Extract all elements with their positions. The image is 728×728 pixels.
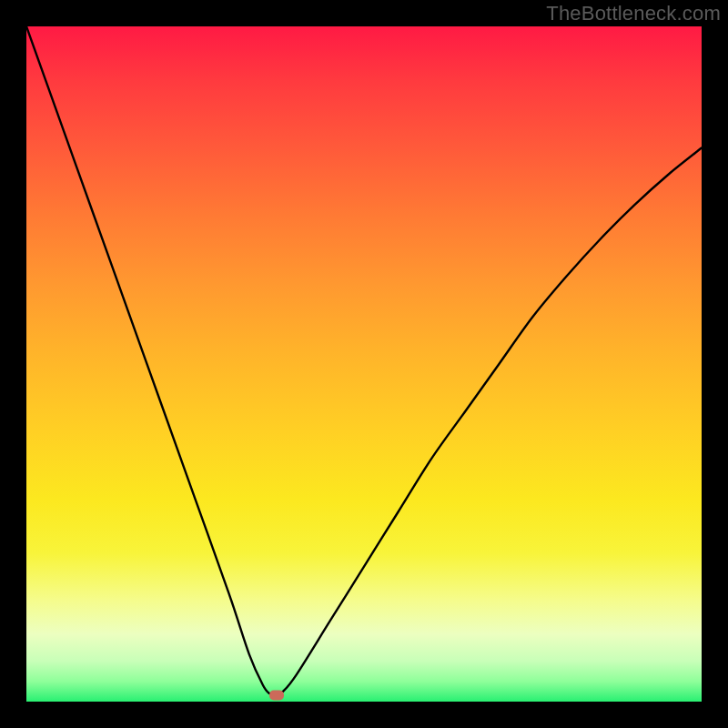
plot-area <box>26 26 702 702</box>
bottleneck-curve <box>26 26 702 702</box>
watermark-text: TheBottleneck.com <box>546 2 721 25</box>
chart-frame: TheBottleneck.com <box>0 0 728 728</box>
optimal-point-marker <box>269 690 284 700</box>
